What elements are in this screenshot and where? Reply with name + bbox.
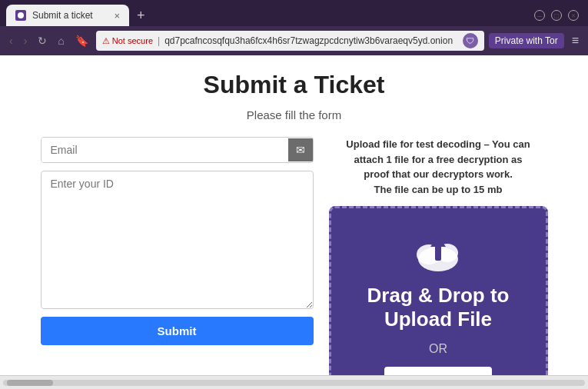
browse-file-button[interactable]: Browse File — [384, 367, 492, 375]
drop-zone[interactable]: Drag & Drop to Upload File OR Browse Fil… — [329, 206, 548, 375]
security-badge: ⚠ Not secure — [102, 36, 153, 46]
upload-section: Upload file for test decoding – You can … — [329, 137, 548, 375]
restore-button[interactable]: □ — [551, 10, 562, 21]
url-text: qd7pcafncosqfqu3ha6fcx4h6sr7tzwagzpcdcny… — [164, 35, 453, 46]
submit-button[interactable]: Submit — [41, 317, 314, 345]
bottom-bar — [0, 375, 588, 389]
home-button[interactable]: ⌂ — [55, 33, 67, 48]
back-button[interactable]: ‹ — [6, 33, 16, 48]
or-label: OR — [429, 342, 447, 356]
page-title: Submit a Ticket — [41, 71, 548, 99]
email-input[interactable] — [42, 138, 288, 162]
address-bar[interactable]: ⚠ Not secure | qd7pcafncosqfqu3ha6fcx4h6… — [96, 31, 484, 51]
email-input-wrap: ✉ — [41, 137, 314, 163]
bookmark-button[interactable]: 🔖 — [72, 33, 91, 48]
upload-info-line4: The file can be up to 15 mb — [374, 184, 503, 195]
upload-info-line3: proof that our decryptors work. — [364, 168, 513, 180]
svg-point-0 — [18, 12, 24, 18]
shield-icon: 🛡 — [466, 36, 474, 45]
upload-info-line1: Upload file for test decoding – You can — [346, 138, 530, 150]
not-secure-label: Not secure — [112, 36, 153, 45]
tab-close-button[interactable]: × — [114, 11, 120, 21]
browser-menu-button[interactable]: ≡ — [569, 32, 582, 49]
warning-icon: ⚠ — [102, 36, 110, 46]
upload-cloud-icon — [414, 231, 463, 273]
nav-bar: ‹ › ↻ ⌂ 🔖 ⚠ Not secure | qd7pcafncosqfqu… — [0, 26, 588, 55]
tab-favicon — [15, 10, 26, 21]
email-icon-button[interactable]: ✉ — [288, 138, 313, 161]
close-button[interactable]: × — [568, 10, 579, 21]
form-upload-row: ✉ Submit Upload file for test decoding –… — [41, 137, 548, 375]
drop-title: Drag & Drop to Upload File — [367, 284, 510, 331]
upload-info-line2: attach 1 file for a free decryption as — [354, 154, 523, 165]
tor-shield-icon: 🛡 — [463, 33, 478, 48]
form-subtitle: Please fill the form — [41, 108, 548, 121]
active-tab[interactable]: Submit a ticket × — [6, 5, 129, 26]
tab-title: Submit a ticket — [32, 10, 93, 21]
drop-line1: Drag & Drop to — [367, 284, 510, 307]
page-content: Submit a Ticket Please fill the form ✉ S… — [0, 55, 588, 375]
horizontal-scrollbar[interactable] — [3, 380, 585, 386]
id-textarea[interactable] — [41, 171, 314, 309]
envelope-icon: ✉ — [296, 144, 305, 156]
page-inner: Submit a Ticket Please fill the form ✉ S… — [25, 55, 563, 375]
forward-button[interactable]: › — [21, 33, 31, 48]
svg-marker-5 — [430, 236, 446, 247]
browser-chrome: Submit a ticket × + – □ × ‹ › ↻ ⌂ 🔖 ⚠ No… — [0, 0, 588, 55]
drop-line2: Upload File — [384, 308, 492, 331]
upload-info-text: Upload file for test decoding – You can … — [329, 137, 548, 197]
scrollbar-thumb — [7, 380, 53, 386]
refresh-button[interactable]: ↻ — [35, 33, 50, 48]
minimize-button[interactable]: – — [534, 10, 545, 21]
window-controls: – □ × — [534, 10, 582, 21]
address-separator: | — [158, 35, 160, 46]
tab-bar: Submit a ticket × + – □ × — [0, 0, 588, 26]
private-tor-button[interactable]: Private with Tor — [489, 33, 564, 48]
form-left: ✉ Submit — [41, 137, 314, 345]
new-tab-button[interactable]: + — [132, 6, 150, 25]
